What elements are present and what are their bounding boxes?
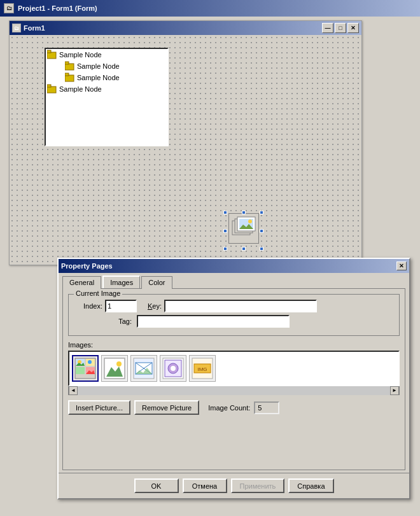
svg-rect-5: [65, 73, 69, 76]
svg-rect-17: [76, 367, 85, 374]
image-count-value: 5: [254, 401, 279, 414]
tab-color[interactable]: Color: [141, 276, 172, 289]
tree-node-1-label: Sample Node: [59, 51, 102, 59]
index-input[interactable]: [105, 300, 137, 312]
insert-picture-button[interactable]: Insert Picture...: [68, 400, 130, 415]
minimize-button[interactable]: —: [322, 23, 333, 33]
scroll-track[interactable]: [78, 386, 390, 395]
handle-tc[interactable]: [242, 211, 246, 214]
form-title: Form1: [24, 24, 45, 32]
tree-node-4-label: Sample Node: [59, 85, 102, 93]
folder-icon: [65, 73, 75, 83]
images-section-label: Images:: [68, 341, 400, 349]
form-titlebar: 🗂 Form1 — □ ✕: [10, 21, 361, 35]
tab-bar: General Images Color: [59, 273, 409, 288]
handle-bc[interactable]: [242, 247, 246, 251]
svg-point-35: [171, 366, 176, 371]
image-thumb-5[interactable]: IMG: [189, 355, 216, 382]
ok-button[interactable]: OK: [134, 478, 179, 493]
image-count-label: Image Count:: [208, 404, 250, 412]
tree-node-4[interactable]: Sample Node: [46, 83, 167, 95]
action-buttons-row: Insert Picture... Remove Picture Image C…: [68, 400, 400, 415]
folder-icon: [47, 84, 57, 94]
handle-ml[interactable]: [223, 229, 227, 233]
key-input[interactable]: [164, 300, 317, 312]
scroll-right-button[interactable]: ►: [390, 386, 399, 395]
form-design-surface: Sample Node Sample Node Sample Node: [10, 35, 361, 265]
strip-scrollbar[interactable]: ◄ ►: [68, 386, 400, 395]
current-image-label: Current Image: [74, 289, 122, 297]
images-strip[interactable]: IMG: [68, 351, 400, 386]
handle-br[interactable]: [260, 247, 263, 251]
image-thumb-4[interactable]: [160, 355, 186, 382]
maximize-button[interactable]: □: [335, 23, 346, 33]
treeview-control[interactable]: Sample Node Sample Node Sample Node: [45, 48, 169, 146]
tag-input[interactable]: [137, 315, 290, 328]
tree-node-1[interactable]: Sample Node: [46, 49, 167, 60]
svg-text:IMG: IMG: [197, 366, 207, 372]
key-label: Key:: [139, 302, 162, 310]
form-icon: 🗂: [12, 24, 21, 32]
remove-picture-button[interactable]: Remove Picture: [134, 400, 199, 415]
tab-images[interactable]: Images: [102, 275, 140, 288]
property-dialog: Property Pages ✕ General Images Color Cu…: [57, 258, 410, 499]
handle-bl[interactable]: [223, 247, 227, 251]
svg-point-21: [88, 360, 92, 364]
tree-node-3[interactable]: Sample Node: [46, 72, 167, 83]
index-label: Index:: [74, 302, 102, 310]
svg-rect-7: [47, 85, 51, 87]
ide-title: Project1 - Form1 (Form): [18, 4, 97, 12]
handle-tr[interactable]: [260, 211, 263, 214]
tree-node-2[interactable]: Sample Node: [46, 60, 167, 72]
tree-node-2-label: Sample Node: [77, 62, 120, 70]
svg-rect-3: [65, 62, 69, 64]
svg-rect-1: [47, 50, 51, 53]
image-thumb-1[interactable]: [72, 355, 99, 382]
scroll-left-button[interactable]: ◄: [69, 386, 78, 395]
tag-row: Tag:: [74, 315, 394, 328]
apply-button[interactable]: Применить: [231, 478, 285, 493]
image-thumb-2[interactable]: [101, 355, 128, 382]
tab-content: Current Image Index: Key: Tag: Images:: [62, 288, 405, 470]
selection-handles: [223, 211, 263, 251]
cancel-button[interactable]: Отмена: [183, 478, 227, 493]
handle-mr[interactable]: [260, 229, 263, 233]
form-window: 🗂 Form1 — □ ✕ Sample Node: [9, 20, 362, 265]
index-row: Index: Key:: [74, 300, 394, 312]
tree-node-3-label: Sample Node: [77, 74, 120, 81]
tag-label: Tag:: [74, 317, 134, 325]
ide-titlebar: 🗂 Project1 - Form1 (Form): [0, 0, 420, 17]
dialog-footer: OK Отмена Применить Справка: [59, 473, 409, 498]
images-section: Images:: [68, 341, 400, 415]
current-image-group: Current Image Index: Key: Tag:: [68, 294, 400, 336]
ide-icon: 🗂: [4, 3, 14, 13]
close-button[interactable]: ✕: [347, 23, 359, 33]
handle-tl[interactable]: [223, 211, 227, 214]
dialog-titlebar: Property Pages ✕: [59, 259, 409, 273]
imagelist-component[interactable]: [226, 213, 261, 248]
dialog-title: Property Pages: [61, 262, 113, 270]
folder-icon: [65, 61, 75, 71]
image-thumb-3[interactable]: [130, 355, 157, 382]
folder-icon: [47, 50, 57, 60]
help-button[interactable]: Справка: [288, 478, 333, 493]
dialog-close-button[interactable]: ✕: [396, 261, 407, 270]
svg-point-25: [116, 361, 122, 366]
tab-general[interactable]: General: [62, 276, 101, 289]
